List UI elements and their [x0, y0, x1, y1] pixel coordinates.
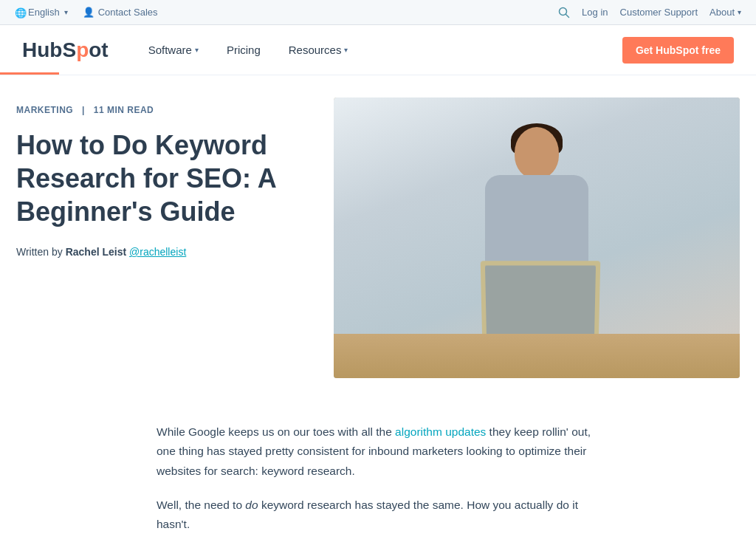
desk-surface — [334, 334, 740, 378]
para2-italic: do — [245, 499, 258, 511]
top-bar: English ▾ Contact Sales Log in Customer … — [0, 0, 756, 25]
about-menu[interactable]: About ▾ — [709, 7, 741, 18]
software-chevron: ▾ — [195, 46, 199, 54]
article-category: MARKETING — [16, 105, 73, 115]
nav-pricing[interactable]: Pricing — [216, 38, 271, 62]
written-by-label: Written by — [16, 246, 63, 258]
author-handle-link[interactable]: @rachelleist — [129, 246, 186, 258]
article-title: How to Do Keyword Research for SEO: A Be… — [16, 129, 312, 228]
hero-section: MARKETING | 11 MIN READ How to Do Keywor… — [16, 75, 740, 393]
contact-sales-link[interactable]: Contact Sales — [83, 7, 158, 18]
search-icon[interactable] — [558, 7, 570, 18]
author-name: Rachel Leist — [66, 246, 126, 258]
language-chevron: ▾ — [64, 8, 68, 16]
hero-image — [334, 97, 740, 378]
main-nav: HubSpot Software ▾ Pricing Resources ▾ G… — [0, 25, 756, 75]
top-bar-left: English ▾ Contact Sales — [15, 7, 158, 18]
author-handle: @rachelleist — [129, 246, 186, 258]
nav-resources[interactable]: Resources ▾ — [278, 38, 359, 62]
nav-software[interactable]: Software ▾ — [138, 38, 209, 62]
customer-support-link[interactable]: Customer Support — [620, 7, 698, 18]
para1-before: While Google keeps us on our toes with a… — [157, 425, 395, 438]
logo-text: HubSpot — [22, 38, 109, 62]
top-bar-right: Log in Customer Support About ▾ — [558, 7, 741, 18]
cta-button[interactable]: Get HubSpot free — [622, 37, 734, 64]
algorithm-updates-text: algorithm updates — [395, 425, 486, 438]
body-paragraph-1: While Google keeps us on our toes with a… — [157, 422, 599, 481]
hero-right — [334, 97, 740, 378]
article-read-time: 11 MIN READ — [94, 105, 154, 115]
laptop-screen — [481, 261, 601, 342]
para2-before: Well, the need to — [157, 499, 245, 511]
login-link[interactable]: Log in — [582, 7, 608, 18]
about-chevron: ▾ — [738, 8, 741, 16]
head-shape — [515, 127, 559, 179]
about-label: About — [709, 7, 735, 18]
laptop-screen-inner — [485, 265, 596, 338]
svg-line-1 — [566, 14, 569, 17]
resources-chevron: ▾ — [344, 46, 348, 54]
content-wrapper: MARKETING | 11 MIN READ How to Do Keywor… — [1, 75, 755, 548]
hero-image-figure — [334, 97, 740, 378]
author-line: Written by Rachel Leist @rachelleist — [16, 246, 312, 258]
nav-software-label: Software — [148, 44, 192, 56]
contact-sales-label: Contact Sales — [98, 7, 158, 18]
body-paragraph-2: Well, the need to do keyword research ha… — [157, 496, 599, 535]
nav-resources-label: Resources — [289, 44, 342, 56]
language-label: English — [28, 7, 60, 18]
algorithm-updates-link[interactable]: algorithm updates — [395, 425, 486, 438]
person-icon — [83, 7, 94, 18]
nav-pricing-label: Pricing — [227, 44, 261, 56]
meta-separator: | — [82, 105, 85, 115]
logo[interactable]: HubSpot — [22, 38, 109, 62]
body-section: While Google keeps us on our toes with a… — [157, 393, 599, 548]
language-selector[interactable]: English ▾ — [15, 7, 68, 18]
nav-links: Software ▾ Pricing Resources ▾ Get HubSp… — [138, 37, 734, 64]
globe-icon — [15, 7, 25, 18]
article-meta: MARKETING | 11 MIN READ — [16, 105, 312, 115]
hero-left: MARKETING | 11 MIN READ How to Do Keywor… — [16, 97, 312, 258]
